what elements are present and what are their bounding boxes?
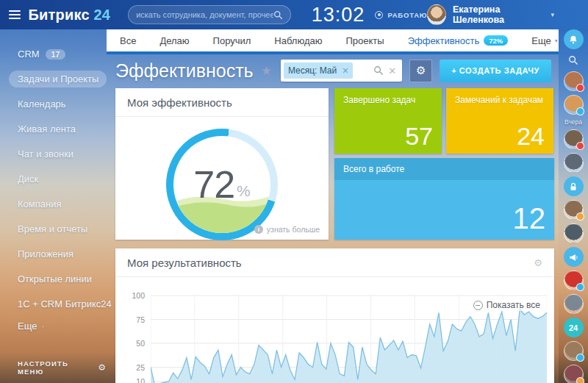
efficiency-value: 72 — [193, 162, 234, 207]
efficiency-badge: 72% — [484, 35, 508, 46]
sidebar-item-tasks-projects[interactable]: Задачи и Проекты — [9, 71, 107, 87]
collapse-icon — [473, 301, 483, 310]
global-search[interactable] — [128, 5, 291, 24]
tab-assigned[interactable]: Поручил — [213, 35, 251, 46]
my-efficiency-widget: Моя эффективность 72 % i узнать больше — [115, 88, 329, 240]
unread-badge — [576, 354, 584, 362]
ellipsis-icon: · — [41, 321, 44, 332]
task-remarks-count: 24 — [517, 122, 545, 151]
sidebar-item-time-reports[interactable]: Время и отчеты — [18, 221, 107, 237]
announcements-button[interactable] — [564, 247, 584, 267]
sidebar-item-open-lines[interactable]: Открытые линии — [18, 271, 107, 287]
chat-avatar[interactable] — [564, 71, 584, 91]
y-axis-tick: 25 — [126, 363, 145, 372]
task-remarks-tile[interactable]: Замечаний к задачам 24 — [446, 88, 553, 154]
tab-following[interactable]: Наблюдаю — [274, 35, 322, 46]
create-task-button[interactable]: + СОЗДАТЬ ЗАДАЧУ — [440, 60, 551, 82]
show-all-toggle[interactable]: Показать все — [471, 299, 542, 311]
unread-badge — [576, 377, 584, 383]
widget-title: Моя результативность — [127, 257, 242, 269]
user-avatar — [427, 4, 445, 25]
page-header: Эффективность ★ Месяц: Май ✕ ✕ ⚙ + СОЗДА… — [107, 54, 559, 87]
sidebar-item-chat-calls[interactable]: Чат и звонки — [18, 146, 107, 162]
widget-gear-icon[interactable]: ⚙ — [534, 257, 542, 268]
crm-count-badge: 17 — [46, 49, 66, 60]
menu-icon[interactable] — [9, 10, 21, 19]
task-tabs: Все Делаю Поручил Наблюдаю Проекты Эффек… — [107, 29, 559, 54]
favorite-star-icon[interactable]: ★ — [261, 63, 272, 78]
y-axis-tick: 10 — [126, 377, 145, 383]
chat-avatar[interactable] — [564, 294, 584, 314]
tab-projects[interactable]: Проекты — [345, 35, 384, 46]
clear-filter-icon[interactable]: ✕ — [388, 65, 396, 76]
y-axis-tick: 100 — [126, 291, 145, 300]
chat-avatar[interactable] — [564, 223, 584, 243]
tabs-more[interactable]: Еще ▾ — [531, 35, 557, 46]
sidebar-item-drive[interactable]: Диск — [18, 171, 107, 187]
efficiency-gauge: 72 % — [166, 129, 278, 240]
chart-plot-area: Показать все — [151, 292, 547, 383]
info-icon: i — [254, 225, 263, 234]
gear-icon: ⚙ — [98, 362, 107, 373]
y-axis-tick: 75 — [126, 315, 145, 324]
bitrix24-network-button[interactable]: 24 — [564, 318, 584, 337]
chat-avatar[interactable] — [564, 341, 584, 361]
work-status[interactable]: РАБОТАЮ — [375, 11, 427, 19]
search-input[interactable] — [136, 10, 273, 19]
in-progress-tile[interactable]: Всего в работе 12 — [334, 158, 554, 240]
chat-avatar[interactable] — [564, 365, 584, 383]
chat-avatar[interactable] — [564, 271, 584, 290]
my-performance-widget: Моя результативность ⚙ 10075502510 Показ… — [115, 248, 554, 383]
widget-title: Моя эффективность — [127, 96, 232, 109]
sidebar-item-company[interactable]: Компания — [18, 196, 107, 212]
remove-filter-icon[interactable]: ✕ — [342, 66, 348, 76]
page-title: Эффективность — [115, 60, 254, 82]
notifications-button[interactable] — [564, 29, 584, 49]
rail-date-label: Вчера — [564, 118, 582, 126]
chat-avatar[interactable] — [564, 95, 584, 115]
settings-button[interactable]: ⚙ — [409, 60, 432, 82]
chat-avatar[interactable] — [564, 200, 584, 220]
status-dot-icon — [375, 11, 383, 19]
tab-doing[interactable]: Делаю — [159, 35, 189, 46]
filter-search-icon[interactable] — [373, 65, 384, 76]
in-progress-count: 12 — [513, 202, 546, 235]
sidebar-item-apps[interactable]: Приложения — [18, 246, 107, 262]
unread-badge — [576, 107, 584, 115]
top-bar: Битрикс 24 13:02 РАБОТАЮ Екатерина Шелен… — [0, 0, 588, 29]
main-content: Все Делаю Поручил Наблюдаю Проекты Эффек… — [107, 29, 559, 383]
sidebar-more[interactable]: Еще· — [18, 321, 107, 332]
unread-badge — [576, 84, 584, 92]
chat-avatar[interactable] — [564, 129, 584, 149]
sidebar: CRM 17 Задачи и Проекты Календарь Живая … — [0, 29, 107, 383]
filter-chip-month[interactable]: Месяц: Май ✕ — [284, 62, 354, 79]
unread-badge — [576, 283, 584, 291]
unread-badge — [576, 212, 584, 221]
chevron-down-icon: ▾ — [551, 11, 554, 18]
user-menu[interactable]: Екатерина Шеленкова ▾ — [427, 4, 554, 25]
sidebar-item-feed[interactable]: Живая лента — [18, 121, 107, 137]
tab-efficiency[interactable]: Эффективность 72% — [408, 35, 509, 46]
chat-avatar[interactable] — [564, 153, 584, 173]
sidebar-item-crm[interactable]: CRM 17 — [18, 46, 107, 62]
y-axis-tick: 50 — [126, 339, 145, 348]
learn-more-link[interactable]: i узнать больше — [254, 225, 320, 234]
configure-menu-button[interactable]: НАСТРОИТЬ МЕНЮ ⚙ — [18, 359, 107, 376]
sidebar-item-calendar[interactable]: Календарь — [18, 96, 107, 112]
secure-chat-button[interactable] — [564, 176, 584, 196]
tab-all[interactable]: Все — [120, 35, 136, 46]
messenger-rail: ?Вчера24 — [559, 0, 588, 383]
sidebar-item-1c-crm[interactable]: 1С + CRM Битрикс24 — [18, 296, 107, 312]
chevron-down-icon: ▾ — [555, 37, 558, 44]
widgets-row: Моя эффективность 72 % i узнать больше — [107, 87, 559, 240]
search-icon[interactable] — [273, 10, 283, 20]
work-timer[interactable]: 13:02 — [312, 4, 365, 26]
efficiency-unit: % — [237, 182, 251, 200]
completed-tasks-count: 57 — [405, 122, 433, 151]
counter-tiles: Завершено задач 57 Замечаний к задачам 2… — [334, 88, 554, 240]
unread-badge — [576, 142, 584, 150]
rail-search-button[interactable] — [564, 53, 584, 68]
app-logo[interactable]: Битрикс 24 — [28, 7, 110, 24]
completed-tasks-tile[interactable]: Завершено задач 57 — [334, 88, 442, 154]
filter-bar[interactable]: Месяц: Май ✕ ✕ — [281, 60, 402, 82]
